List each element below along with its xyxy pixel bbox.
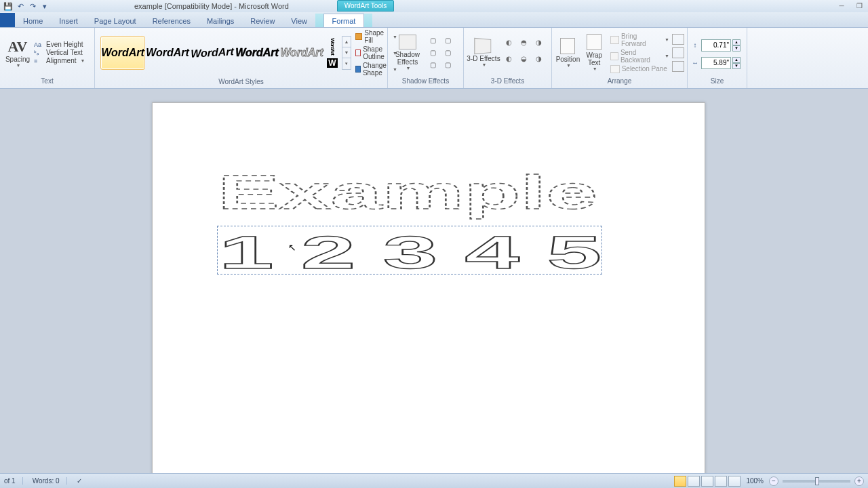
- zoom-in-button[interactable]: +: [854, 476, 864, 486]
- bring-forward-icon: [610, 36, 619, 44]
- tab-references[interactable]: References: [144, 14, 199, 27]
- wordart-style-6[interactable]: WordArt: [330, 38, 336, 55]
- shadow-effects-button[interactable]: Shadow Effects ▼: [391, 35, 425, 70]
- wordart-style-1[interactable]: WordArt: [100, 36, 145, 70]
- scroll-up-icon[interactable]: ▲: [342, 37, 351, 47]
- group-label-text: Text: [0, 77, 94, 88]
- send-backward-icon: [610, 52, 618, 60]
- web-layout-view-button[interactable]: [701, 476, 713, 487]
- tab-mailings[interactable]: Mailings: [199, 14, 242, 27]
- position-button[interactable]: Position ▼: [555, 38, 581, 68]
- tab-format[interactable]: Format: [323, 14, 365, 27]
- height-down[interactable]: ▼: [732, 45, 741, 52]
- bring-forward-button[interactable]: Bring Forward▼: [610, 33, 669, 47]
- wordart-gallery[interactable]: WordArt WordArt WordArt WordArt WordArt …: [100, 36, 351, 70]
- chevron-down-icon: ▼: [482, 62, 487, 67]
- align-button[interactable]: [672, 34, 684, 45]
- tilt-left[interactable]: ◐: [502, 37, 515, 48]
- nudge-shadow-up[interactable]: ▢: [426, 35, 439, 46]
- tilt-down[interactable]: ◒: [517, 54, 530, 64]
- group-label-arrange: Arrange: [552, 77, 687, 88]
- alignment-icon: ≡: [34, 58, 43, 64]
- even-height-button[interactable]: AaEven Height: [34, 41, 85, 48]
- position-icon: [560, 38, 575, 54]
- outline-view-button[interactable]: [715, 476, 727, 487]
- spacing-button[interactable]: AV Spacing ▼: [3, 38, 33, 68]
- rotate-button[interactable]: [672, 61, 684, 72]
- tilt-right[interactable]: ◑: [532, 37, 545, 48]
- wordart-style-2[interactable]: WordArt: [145, 36, 190, 70]
- group-label-wordart-styles: WordArt Styles: [95, 78, 387, 88]
- height-input[interactable]: [701, 39, 731, 52]
- zoom-thumb[interactable]: [815, 477, 819, 485]
- wrap-text-icon: [587, 34, 601, 50]
- wrap-text-button[interactable]: Wrap Text ▼: [581, 34, 608, 71]
- shadow-icon: [399, 35, 416, 49]
- wordart-style-3[interactable]: WordArt: [190, 35, 235, 70]
- vertical-text-button[interactable]: ᵇₐVertical Text: [34, 49, 85, 56]
- file-tab[interactable]: [0, 13, 15, 27]
- document-area[interactable]: Example 1 2 3 4 5 ↖: [0, 89, 868, 473]
- height-up[interactable]: ▲: [732, 39, 741, 45]
- width-down[interactable]: ▼: [732, 63, 741, 69]
- shape-fill-icon: [355, 33, 362, 40]
- gallery-more-button[interactable]: ▲ ▼ ▾: [342, 36, 351, 70]
- tilt-up[interactable]: ◓: [517, 37, 530, 48]
- tab-insert[interactable]: Insert: [51, 14, 86, 27]
- 3d-effects-button[interactable]: 3-D Effects ▼: [467, 39, 500, 67]
- chevron-down-icon: ▼: [80, 58, 85, 63]
- zoom-slider[interactable]: [783, 480, 850, 483]
- width-input[interactable]: [701, 57, 731, 69]
- redo-icon[interactable]: ↷: [28, 2, 37, 10]
- change-shape-icon: [355, 66, 361, 73]
- zoom-level[interactable]: 100%: [746, 477, 764, 485]
- nudge-shadow-down[interactable]: ▢: [426, 60, 439, 70]
- undo-icon[interactable]: ↶: [16, 2, 24, 10]
- nudge-shadow-down-right[interactable]: ▢: [441, 60, 454, 70]
- restore-button[interactable]: ❐: [854, 1, 864, 9]
- group-label-3d: 3-D Effects: [464, 77, 551, 88]
- tab-page-layout[interactable]: Page Layout: [86, 14, 144, 27]
- expand-gallery-icon[interactable]: ▾: [342, 58, 351, 69]
- wordart-text-example: Example: [218, 166, 597, 219]
- tab-home[interactable]: Home: [15, 14, 51, 27]
- tilt-down-right[interactable]: ◑: [532, 54, 545, 64]
- tilt-down-left[interactable]: ◐: [502, 54, 515, 64]
- chevron-down-icon: ▼: [16, 63, 21, 68]
- group-label-shadow: Shadow Effects: [388, 77, 463, 88]
- send-backward-button[interactable]: Send Backward▼: [610, 49, 669, 64]
- page[interactable]: Example 1 2 3 4 5 ↖: [152, 102, 705, 473]
- wordart-object-numbers[interactable]: 1 2 3 4 5: [218, 226, 606, 278]
- nudge-shadow-right[interactable]: ▢: [441, 47, 454, 58]
- width-up[interactable]: ▲: [732, 57, 741, 63]
- zoom-out-button[interactable]: −: [769, 476, 778, 486]
- nudge-shadow-left[interactable]: ▢: [426, 47, 439, 58]
- tab-review[interactable]: Review: [242, 14, 283, 27]
- qat-customize-icon[interactable]: ▾: [41, 2, 49, 10]
- shape-outline-icon: [355, 49, 361, 56]
- minimize-button[interactable]: ─: [837, 1, 846, 9]
- wordart-text-numbers: 1 2 3 4 5: [219, 226, 601, 278]
- full-screen-view-button[interactable]: [688, 476, 700, 487]
- wordart-style-5[interactable]: WordArt: [279, 36, 324, 70]
- group-button[interactable]: [672, 47, 684, 58]
- tab-view[interactable]: View: [283, 14, 315, 27]
- even-height-icon: Aa: [34, 41, 43, 48]
- contextual-tab-title: WordArt Tools: [337, 0, 394, 12]
- wordart-style-7[interactable]: W: [327, 58, 337, 68]
- scroll-down-icon[interactable]: ▼: [342, 47, 351, 58]
- draft-view-button[interactable]: [728, 476, 741, 487]
- group-label-size: Size: [688, 77, 747, 88]
- proofing-icon[interactable]: ✓: [77, 477, 82, 485]
- status-words[interactable]: Words: 0: [33, 477, 67, 485]
- print-layout-view-button[interactable]: [674, 476, 686, 487]
- selection-pane-button[interactable]: Selection Pane: [610, 65, 669, 73]
- wordart-style-4[interactable]: WordArt: [235, 36, 279, 70]
- save-icon[interactable]: 💾: [4, 2, 12, 10]
- status-page[interactable]: of 1: [4, 477, 23, 485]
- nudge-shadow-up-right[interactable]: ▢: [441, 35, 454, 46]
- wordart-object-example[interactable]: Example: [218, 164, 625, 225]
- width-icon: ↔: [690, 58, 700, 68]
- alignment-button[interactable]: ≡Alignment▼: [34, 57, 85, 64]
- 3d-icon: [474, 37, 491, 54]
